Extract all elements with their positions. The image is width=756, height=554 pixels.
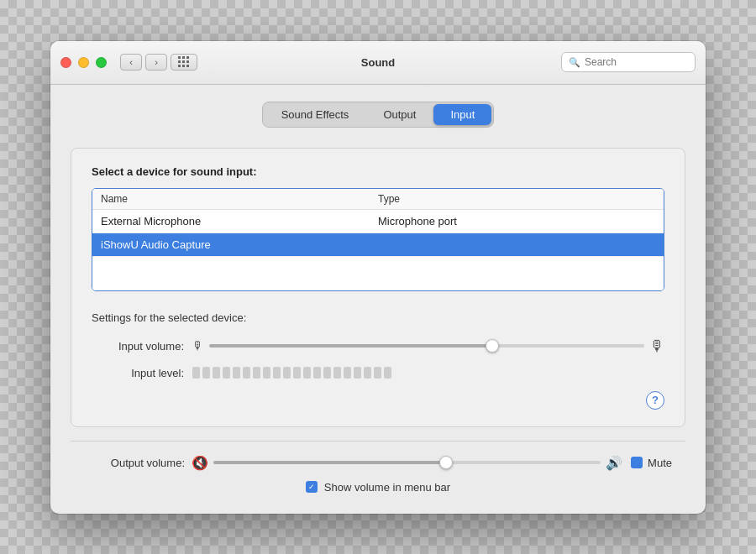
table-empty-row bbox=[92, 257, 664, 290]
system-preferences-window: ‹ › Sound 🔍 Sound Effects Output Input bbox=[50, 41, 706, 514]
level-bar-15 bbox=[333, 367, 341, 379]
mute-label: Mute bbox=[648, 457, 672, 469]
show-volume-checkbox[interactable]: ✓ bbox=[306, 481, 318, 493]
tab-output[interactable]: Output bbox=[366, 104, 433, 125]
output-slider-container: 🔇 🔊 bbox=[192, 455, 622, 471]
level-bar-5 bbox=[233, 367, 240, 379]
speaker-icon-high: 🔊 bbox=[606, 455, 622, 471]
maximize-button[interactable] bbox=[96, 57, 107, 68]
level-bar-10 bbox=[283, 367, 291, 379]
search-input[interactable] bbox=[585, 56, 688, 68]
level-bar-20 bbox=[384, 367, 391, 379]
content-area: Sound Effects Output Input Select a devi… bbox=[50, 85, 706, 514]
level-bar-4 bbox=[223, 367, 230, 379]
level-bar-11 bbox=[293, 367, 301, 379]
show-volume-label: Show volume in menu bar bbox=[324, 481, 450, 494]
device-type-ishowu bbox=[378, 238, 655, 251]
speaker-icon-low: 🔇 bbox=[192, 455, 208, 471]
traffic-lights bbox=[60, 57, 107, 68]
tabs-container: Sound Effects Output Input bbox=[71, 102, 685, 128]
output-volume-label: Output volume: bbox=[84, 457, 185, 469]
level-bar-16 bbox=[344, 367, 351, 379]
mic-icon-large: 🎙 bbox=[649, 337, 664, 355]
output-volume-row: Output volume: 🔇 🔊 Mute bbox=[71, 455, 685, 471]
table-row-selected[interactable]: iShowU Audio Capture bbox=[92, 233, 664, 257]
input-volume-thumb[interactable] bbox=[486, 339, 499, 353]
mute-checkbox[interactable] bbox=[631, 457, 643, 468]
mute-container: Mute bbox=[631, 457, 672, 469]
mic-icon-small: 🎙 bbox=[192, 339, 204, 353]
level-bar-3 bbox=[213, 367, 220, 379]
level-bar-17 bbox=[354, 367, 361, 379]
show-volume-row: ✓ Show volume in menu bar bbox=[71, 481, 685, 494]
level-bar-13 bbox=[313, 367, 321, 379]
col-header-type: Type bbox=[378, 193, 655, 205]
section-title: Select a device for sound input: bbox=[92, 165, 664, 178]
tabs: Sound Effects Output Input bbox=[262, 102, 495, 128]
level-bar-1 bbox=[192, 367, 200, 379]
help-button[interactable]: ? bbox=[646, 391, 664, 410]
input-volume-slider-container: 🎙 🎙 bbox=[192, 337, 664, 355]
inner-panel: Select a device for sound input: Name Ty… bbox=[71, 148, 685, 427]
level-bar-18 bbox=[364, 367, 371, 379]
device-name-external: External Microphone bbox=[101, 215, 378, 227]
col-header-name: Name bbox=[101, 193, 378, 205]
grid-view-button[interactable] bbox=[171, 54, 197, 71]
divider bbox=[71, 441, 685, 442]
settings-section-title: Settings for the selected device: bbox=[92, 311, 664, 324]
level-bar-6 bbox=[243, 367, 250, 379]
search-box[interactable]: 🔍 bbox=[561, 52, 696, 72]
input-level-bars bbox=[192, 367, 391, 379]
input-volume-label: Input volume: bbox=[92, 340, 184, 353]
level-bar-2 bbox=[202, 367, 210, 379]
level-bar-14 bbox=[323, 367, 331, 379]
search-icon: 🔍 bbox=[569, 57, 580, 68]
device-type-external: Microphone port bbox=[378, 215, 655, 227]
tab-sound-effects[interactable]: Sound Effects bbox=[265, 104, 366, 125]
minimize-button[interactable] bbox=[78, 57, 89, 68]
input-level-row: Input level: bbox=[92, 367, 664, 379]
forward-button[interactable]: › bbox=[145, 54, 167, 71]
input-volume-track[interactable] bbox=[209, 344, 644, 348]
device-name-ishowu: iShowU Audio Capture bbox=[101, 238, 378, 251]
level-bar-19 bbox=[374, 367, 381, 379]
input-volume-row: Input volume: 🎙 🎙 bbox=[92, 337, 664, 355]
table-row[interactable]: External Microphone Microphone port bbox=[92, 210, 664, 233]
grid-icon bbox=[178, 56, 190, 68]
output-volume-track[interactable] bbox=[213, 461, 601, 464]
level-bar-12 bbox=[303, 367, 311, 379]
input-level-label: Input level: bbox=[92, 367, 184, 379]
level-bar-8 bbox=[263, 367, 270, 379]
level-bar-9 bbox=[273, 367, 281, 379]
nav-buttons: ‹ › bbox=[120, 54, 167, 71]
titlebar: ‹ › Sound 🔍 bbox=[50, 41, 706, 85]
table-header: Name Type bbox=[92, 189, 664, 210]
tab-input[interactable]: Input bbox=[433, 104, 491, 125]
output-volume-thumb[interactable] bbox=[439, 456, 453, 469]
level-bar-7 bbox=[253, 367, 260, 379]
device-table: Name Type External Microphone Microphone… bbox=[92, 188, 664, 291]
window-title: Sound bbox=[361, 56, 395, 69]
close-button[interactable] bbox=[60, 57, 71, 68]
back-button[interactable]: ‹ bbox=[120, 54, 142, 71]
